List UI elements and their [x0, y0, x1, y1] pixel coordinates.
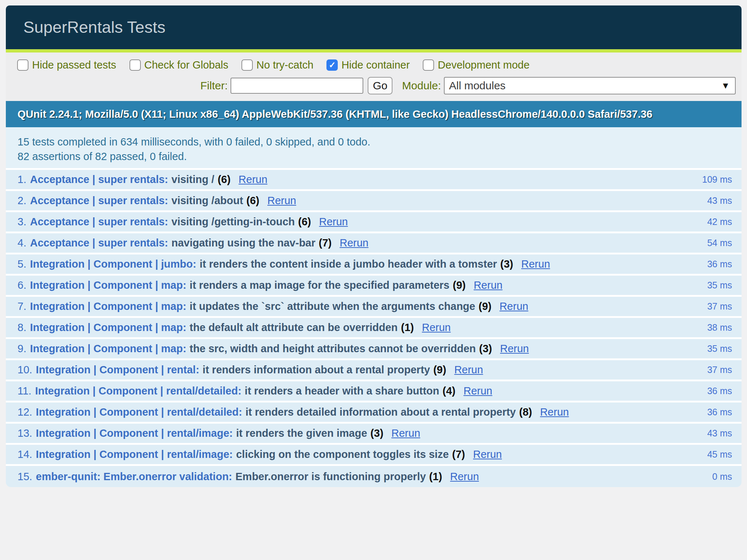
checkbox[interactable]: [17, 59, 28, 71]
test-name[interactable]: it renders information about a rental pr…: [202, 364, 430, 376]
toolbar-checkbox-item[interactable]: ✓ Hide container: [326, 59, 410, 71]
summary-tests-line: 15 tests completed in 634 milliseconds, …: [18, 135, 742, 149]
test-name[interactable]: visiting /about: [171, 195, 243, 207]
assertion-count[interactable]: (6): [247, 195, 259, 207]
checkbox[interactable]: [241, 59, 253, 71]
test-row[interactable]: 4. Acceptance | super rentals: navigatin…: [6, 233, 742, 254]
checkbox-label: Hide passed tests: [32, 59, 116, 71]
test-name[interactable]: it renders detailed information about a …: [245, 406, 516, 418]
test-name[interactable]: the default alt attribute can be overrid…: [190, 322, 398, 334]
test-module-name[interactable]: Integration | Component | map:: [30, 343, 186, 355]
assertion-count[interactable]: (4): [442, 385, 455, 397]
test-module-name[interactable]: Acceptance | super rentals:: [30, 216, 168, 228]
test-module-name[interactable]: Integration | Component | rental:: [36, 364, 199, 376]
test-row[interactable]: 2. Acceptance | super rentals: visiting …: [6, 191, 742, 212]
assertion-count[interactable]: (3): [371, 427, 383, 439]
test-row[interactable]: 5. Integration | Component | jumbo: it r…: [6, 254, 742, 276]
test-name[interactable]: it renders a map image for the specified…: [190, 279, 449, 291]
assertion-count[interactable]: (3): [500, 258, 513, 270]
test-row[interactable]: 3. Acceptance | super rentals: visiting …: [6, 212, 742, 233]
test-row[interactable]: 14. Integration | Component | rental/ima…: [6, 445, 742, 466]
assertion-count[interactable]: (8): [519, 406, 532, 418]
rerun-link[interactable]: Rerun: [521, 258, 550, 270]
rerun-link[interactable]: Rerun: [319, 216, 348, 228]
test-row[interactable]: 10. Integration | Component | rental: it…: [6, 360, 742, 381]
assertion-count[interactable]: (1): [429, 471, 442, 483]
rerun-link[interactable]: Rerun: [422, 322, 451, 334]
test-row[interactable]: 12. Integration | Component | rental/det…: [6, 402, 742, 424]
test-name[interactable]: navigating using the nav-bar: [171, 237, 316, 249]
rerun-link[interactable]: Rerun: [474, 279, 503, 291]
module-select[interactable]: All modules ▼: [444, 77, 736, 94]
assertion-count[interactable]: (7): [319, 237, 332, 249]
toolbar-checkbox-item[interactable]: Development mode: [423, 59, 529, 71]
test-row[interactable]: 11. Integration | Component | rental/det…: [6, 381, 742, 402]
test-module-name[interactable]: Integration | Component | rental/image:: [36, 448, 233, 460]
checkbox[interactable]: [423, 59, 434, 71]
test-runtime: 37 ms: [707, 301, 732, 312]
testrunner-toolbar: Hide passed tests Check for Globals No t…: [6, 52, 742, 101]
checkbox[interactable]: ✓: [326, 59, 338, 71]
rerun-link[interactable]: Rerun: [499, 300, 528, 312]
assertion-count[interactable]: (9): [433, 364, 446, 376]
rerun-link[interactable]: Rerun: [500, 343, 529, 355]
test-row[interactable]: 6. Integration | Component | map: it ren…: [6, 276, 742, 297]
page-header: SuperRentals Tests: [6, 5, 742, 49]
test-name[interactable]: it renders the content inside a jumbo he…: [200, 258, 497, 270]
test-module-name[interactable]: Integration | Component | map:: [30, 300, 186, 312]
test-name[interactable]: visiting /: [171, 174, 214, 186]
test-row[interactable]: 7. Integration | Component | map: it upd…: [6, 297, 742, 318]
rerun-link[interactable]: Rerun: [473, 448, 502, 460]
test-row[interactable]: 8. Integration | Component | map: the de…: [6, 318, 742, 339]
test-module-name[interactable]: Acceptance | super rentals:: [30, 174, 168, 186]
test-module-name[interactable]: ember-qunit: Ember.onerror validation:: [36, 471, 232, 483]
test-row[interactable]: 9. Integration | Component | map: the sr…: [6, 339, 742, 360]
rerun-link[interactable]: Rerun: [267, 195, 296, 207]
toolbar-checkbox-item[interactable]: Check for Globals: [129, 59, 229, 71]
test-row[interactable]: 1. Acceptance | super rentals: visiting …: [6, 170, 742, 191]
test-module-name[interactable]: Integration | Component | rental/image:: [36, 427, 233, 439]
test-runtime: 36 ms: [707, 259, 732, 269]
test-name[interactable]: the src, width and height attributes can…: [190, 343, 476, 355]
toolbar-checkbox-item[interactable]: Hide passed tests: [17, 59, 116, 71]
test-number: 14.: [18, 448, 32, 460]
test-module-name[interactable]: Integration | Component | map:: [30, 322, 186, 334]
test-number: 15.: [18, 471, 32, 483]
assertion-count[interactable]: (1): [401, 322, 414, 334]
test-name[interactable]: visiting /getting-in-touch: [171, 216, 295, 228]
filter-input[interactable]: [231, 78, 363, 94]
test-module-name[interactable]: Integration | Component | rental/detaile…: [35, 385, 241, 397]
test-module-name[interactable]: Integration | Component | jumbo:: [30, 258, 196, 270]
rerun-link[interactable]: Rerun: [454, 364, 483, 376]
test-number: 1.: [18, 174, 26, 186]
test-module-name[interactable]: Integration | Component | rental/detaile…: [36, 406, 242, 418]
assertion-count[interactable]: (6): [298, 216, 311, 228]
test-name[interactable]: it updates the `src` attribute when the …: [190, 300, 475, 312]
test-runtime: 38 ms: [707, 322, 732, 333]
go-button[interactable]: Go: [368, 77, 392, 94]
rerun-link[interactable]: Rerun: [464, 385, 492, 397]
module-label: Module:: [402, 79, 441, 92]
test-name[interactable]: it renders a header with a share button: [245, 385, 439, 397]
rerun-link[interactable]: Rerun: [239, 174, 267, 186]
rerun-link[interactable]: Rerun: [340, 237, 368, 249]
test-module-name[interactable]: Acceptance | super rentals:: [30, 237, 168, 249]
rerun-link[interactable]: Rerun: [540, 406, 569, 418]
test-name[interactable]: it renders the given image: [236, 427, 367, 439]
test-name[interactable]: Ember.onerror is functioning properly: [236, 471, 426, 483]
toolbar-checkbox-item[interactable]: No try-catch: [241, 59, 313, 71]
test-name[interactable]: clicking on the component toggles its si…: [236, 448, 449, 460]
assertion-count[interactable]: (9): [479, 300, 491, 312]
assertion-count[interactable]: (6): [218, 174, 231, 186]
test-module-name[interactable]: Acceptance | super rentals:: [30, 195, 168, 207]
assertion-count[interactable]: (7): [452, 448, 465, 460]
test-module-name[interactable]: Integration | Component | map:: [30, 279, 186, 291]
test-row[interactable]: 13. Integration | Component | rental/ima…: [6, 424, 742, 445]
test-number: 12.: [18, 406, 32, 418]
test-row[interactable]: 15. ember-qunit: Ember.onerror validatio…: [6, 466, 742, 487]
assertion-count[interactable]: (3): [479, 343, 492, 355]
rerun-link[interactable]: Rerun: [450, 471, 479, 483]
assertion-count[interactable]: (9): [453, 279, 465, 291]
rerun-link[interactable]: Rerun: [391, 427, 420, 439]
checkbox[interactable]: [129, 59, 141, 71]
